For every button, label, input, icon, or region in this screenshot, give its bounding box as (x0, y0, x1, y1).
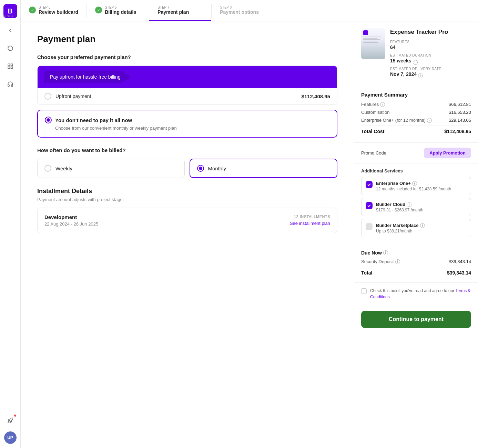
step5-name: Review buildcard (39, 9, 78, 15)
upfront-radio[interactable] (44, 93, 51, 100)
summary-features-row: Features i $66,612.81 (361, 102, 471, 107)
installment-title: You don't need to pay it all now (45, 117, 330, 123)
marketplace-checkbox[interactable] (366, 223, 373, 230)
svg-rect-1 (11, 64, 12, 66)
cloud-service-name: Builder Cloud i (376, 202, 423, 207)
brand-logo: B In Beta (3, 4, 17, 18)
due-total-label: Total (361, 270, 372, 276)
enterprise-service-price: 12 months included for $2,428.59 /month (376, 187, 451, 191)
delivery-value: Nov 7, 2024 (390, 71, 417, 77)
dev-stage-title: Development (44, 214, 98, 220)
cloud-checkbox[interactable] (366, 202, 373, 209)
security-info-icon[interactable]: i (395, 259, 400, 264)
step-payment-plan[interactable]: STEP 7 Payment plan (149, 0, 211, 21)
svg-rect-3 (8, 67, 10, 69)
billing-monthly[interactable]: Monthly (190, 159, 338, 178)
step-review[interactable]: ✓ STEP 5 Review buildcard (21, 0, 87, 21)
apply-promotion-button[interactable]: Apply Promotion (424, 148, 471, 158)
due-total-row: Total $39,343.14 (361, 270, 471, 276)
step7-name: Payment plan (157, 9, 189, 15)
enterprise-service-info[interactable]: i (412, 181, 417, 186)
enterprise-checkbox[interactable] (366, 181, 373, 188)
installment-row-card: Development 22 Aug 2024 - 26 Jun 2025 12… (37, 208, 337, 233)
step-check-icon: ✓ (95, 7, 102, 13)
upfront-row[interactable]: Upfront payment $112,408.95 (38, 88, 337, 104)
service-cloud[interactable]: Builder Cloud i $179.31 - $268.97 /month (361, 198, 471, 216)
upfront-payment-card[interactable]: Pay upfront for hassle-free billing % Up… (37, 66, 337, 105)
monthly-radio[interactable] (197, 165, 204, 172)
summary-enterprise-row: Enterprise One+ (for 12 months) i $29,14… (361, 118, 471, 123)
security-deposit-row: Security Deposit i $39,343.14 (361, 259, 471, 264)
right-panel: Expense Tracker Pro FEATURES 64 ESTIMATE… (354, 21, 478, 448)
dev-dates: 22 Aug 2024 - 26 Jun 2025 (44, 221, 98, 227)
billing-weekly[interactable]: Weekly (37, 159, 185, 178)
discount-badge: % (315, 69, 330, 84)
page-title: Payment plan (37, 34, 337, 44)
custom-row-value: $16,653.20 (449, 110, 471, 115)
cloud-service-price: $179.31 - $268.97 /month (376, 208, 423, 212)
step6-name: Billing details (105, 9, 136, 15)
enterprise-info-icon[interactable]: i (427, 118, 432, 123)
upfront-price: $112,408.95 (302, 93, 330, 99)
additional-services: Additional Services Enterprise One+ i 12… (354, 163, 478, 245)
undo-icon[interactable] (5, 43, 16, 54)
payment-summary: Payment Summary Features i $66,612.81 Cu… (354, 86, 478, 143)
total-label: Total Cost (361, 129, 384, 134)
service-marketplace[interactable]: Builder Marketplace i Up to $38.21/month (361, 219, 471, 237)
see-installment-link[interactable]: See installment plan (290, 221, 330, 226)
beta-label: In Beta (3, 14, 17, 18)
upfront-banner-text: Pay upfront for hassle-free billing (50, 74, 121, 80)
upfront-banner: Pay upfront for hassle-free billing % (38, 66, 337, 88)
installment-radio[interactable] (45, 117, 52, 123)
installment-card[interactable]: You don't need to pay it all now Choose … (37, 110, 337, 138)
installment-count: 12 INSTALLMENTS (290, 215, 330, 219)
marketplace-service-price: Up to $38.21/month (376, 229, 425, 233)
step8-name: Payment options (220, 9, 259, 15)
enterprise-row-label: Enterprise One+ (for 12 months) (361, 118, 426, 123)
installment-details-subtitle: Payment amount adjusts with project stag… (37, 197, 337, 202)
service-enterprise[interactable]: Enterprise One+ i 12 months included for… (361, 177, 471, 195)
due-now-section: Due Now i Security Deposit i $39,343.14 … (354, 245, 478, 283)
step6-number: STEP 6 (105, 6, 136, 9)
product-name: Expense Tracker Pro (390, 28, 471, 36)
user-avatar[interactable]: UP (4, 431, 17, 444)
total-value: $112,408.95 (444, 129, 471, 134)
grid-icon[interactable] (5, 61, 16, 72)
step-check-icon: ✓ (29, 7, 36, 13)
section1-label: Choose your preferred payment plan? (37, 54, 337, 60)
features-value: 64 (390, 44, 471, 50)
step-payment-options[interactable]: STEP 8 Payment options (212, 0, 274, 21)
weekly-radio[interactable] (44, 165, 51, 172)
enterprise-row-value: $29,143.05 (449, 118, 471, 123)
step-billing[interactable]: ✓ STEP 6 Billing details (87, 0, 149, 21)
rocket-icon[interactable] (5, 415, 16, 426)
monthly-label: Monthly (208, 166, 226, 171)
terms-text: Check this box if you've read and agree … (370, 288, 471, 300)
marketplace-service-info[interactable]: i (420, 223, 425, 228)
continue-to-payment-button[interactable]: Continue to payment (361, 311, 471, 328)
stepper-nav: ✓ STEP 5 Review buildcard ✓ STEP 6 Billi… (21, 0, 478, 21)
section2-label: How often do you want to be billed? (37, 147, 337, 153)
security-deposit-label: Security Deposit (361, 259, 394, 264)
due-info-icon[interactable]: i (383, 250, 388, 255)
marketplace-service-name: Builder Marketplace i (376, 223, 425, 228)
duration-info-icon[interactable]: i (413, 60, 418, 65)
back-icon[interactable] (5, 25, 16, 36)
features-label: FEATURES (390, 40, 471, 44)
terms-checkbox[interactable] (361, 288, 367, 294)
cloud-service-info[interactable]: i (407, 202, 411, 207)
summary-title: Payment Summary (361, 92, 471, 98)
promo-section: Promo Code Apply Promotion (354, 143, 478, 163)
security-deposit-value: $39,343.14 (449, 259, 471, 264)
step8-number: STEP 8 (220, 6, 259, 9)
left-panel: Payment plan Choose your preferred payme… (21, 21, 354, 448)
summary-custom-row: Customisation $16,653.20 (361, 110, 471, 115)
headset-icon[interactable] (5, 79, 16, 90)
delivery-info-icon[interactable]: i (418, 73, 423, 78)
features-row-value: $66,612.81 (449, 102, 471, 107)
weekly-label: Weekly (55, 166, 72, 171)
installment-subtitle: Choose from our convenient monthly or we… (55, 126, 330, 131)
summary-total-row: Total Cost $112,408.95 (361, 129, 471, 134)
features-info-icon[interactable]: i (380, 102, 385, 107)
due-total-value: $39,343.14 (447, 270, 471, 276)
